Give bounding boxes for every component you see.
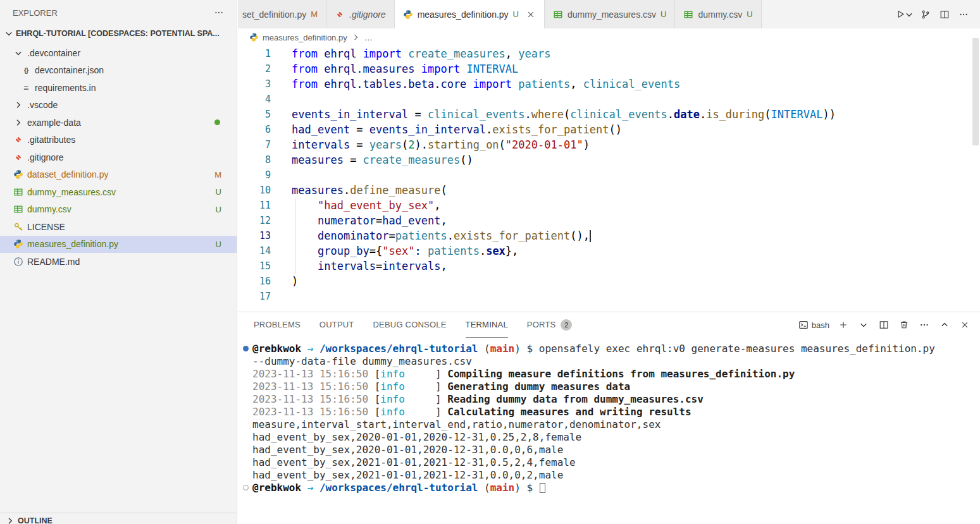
chevron-down-icon (859, 320, 869, 330)
tree-item-dataset-definition-py[interactable]: dataset_definition.pyM (0, 166, 237, 184)
tree-item-measures-definition-py[interactable]: measures_definition.pyU (0, 236, 237, 253)
outline-section[interactable]: OUTLINE (0, 513, 237, 524)
tree-item-vscode[interactable]: .vscode (0, 97, 237, 114)
tree-item-example-data[interactable]: example-data (0, 114, 237, 131)
changes-dot (214, 119, 220, 125)
breadcrumb-symbol[interactable]: … (364, 33, 373, 42)
code-line-11[interactable]: 11 "had_event_by_sex", (238, 198, 980, 213)
code-line-1[interactable]: 1from ehrql import create_measures, year… (238, 46, 980, 61)
tree-item-gitignore[interactable]: .gitignore (0, 149, 237, 166)
terminal-token: had_event_by_sex,2020-01-01,2020-12-31,0… (252, 444, 563, 456)
code-line-7[interactable]: 7intervals = years(2).starting_on("2020-… (238, 137, 980, 152)
code-line-17[interactable]: 17 (238, 289, 980, 304)
tab-measures-definition-py[interactable]: measures_definition.pyU (395, 0, 545, 28)
terminal-token: @rebkwok (252, 482, 301, 494)
tree-item-readme-md[interactable]: README.md (0, 253, 237, 271)
info-icon (13, 257, 23, 267)
code-token: = (350, 123, 369, 136)
split-editor-icon (940, 9, 950, 20)
tree-item-license[interactable]: LICENSE (0, 218, 237, 236)
line-number: 14 (238, 243, 271, 259)
split-editor-button[interactable] (878, 319, 890, 331)
line-number: 5 (238, 107, 271, 122)
code-token: , (506, 47, 518, 60)
code-line-16[interactable]: 16) (238, 274, 980, 289)
ellipsis-button[interactable] (957, 8, 970, 21)
panel-tab-terminal[interactable]: TERMINAL (466, 312, 508, 338)
terminal-token: Reading dummy data from dummy_measures.c… (447, 393, 704, 405)
code-token: ehrql.measures (324, 63, 414, 75)
terminal-token: had_event_by_sex,2021-01-01,2021-12-31,0… (252, 469, 563, 481)
code-token: = (350, 138, 369, 151)
breadcrumb-file[interactable]: measures_definition.py (263, 33, 347, 42)
close-tab-icon[interactable] (526, 9, 536, 20)
code-line-12[interactable]: 12 numerator=had_event, (238, 213, 980, 228)
code-line-4[interactable]: 4 (238, 92, 980, 107)
command-decoration-command[interactable] (243, 346, 249, 351)
editor[interactable]: measures_definition.py … 1from ehrql imp… (238, 28, 980, 312)
git-status-badge: M (311, 9, 318, 19)
code-token: , (570, 78, 583, 90)
trash-button[interactable] (898, 319, 910, 331)
terminal-token: ) $ (514, 343, 539, 355)
terminal-token: [ (375, 381, 381, 393)
code-line-2[interactable]: 2from ehrql.measures import INTERVAL (238, 61, 980, 76)
chevron-down-button[interactable] (857, 319, 870, 331)
code-token: ={ (369, 245, 382, 257)
terminal-line: 2023-11-13 15:16:50 [info ] Calculating … (252, 406, 980, 418)
code-token (414, 63, 421, 75)
panel-tab-problems[interactable]: PROBLEMS (254, 312, 301, 338)
tab-dummy-csv[interactable]: dummy.csvU (675, 0, 761, 28)
code-editor[interactable]: 1from ehrql import create_measures, year… (238, 46, 980, 304)
code-token: . (524, 108, 531, 121)
code-token: intervals (382, 260, 440, 272)
terminal-shell-selector[interactable]: bash (798, 320, 829, 330)
explorer-more-actions-icon[interactable] (214, 8, 224, 18)
line-number: 10 (238, 183, 271, 198)
editor-scrollbar[interactable] (972, 38, 979, 145)
tree-item-dummy-measures-csv[interactable]: dummy_measures.csvU (0, 183, 237, 201)
tree-item-devcontainer-json[interactable]: {}devcontainer.json (0, 62, 237, 80)
terminal-token: Generating dummy measures data (447, 381, 630, 393)
ellipsis-button[interactable] (918, 319, 931, 331)
panel-tab-debug-console[interactable]: DEBUG CONSOLE (373, 312, 447, 338)
tab-gitignore[interactable]: .gitignore (326, 0, 395, 28)
chevron-right-icon (13, 100, 23, 110)
source-control-button[interactable] (919, 8, 932, 21)
command-decoration-prompt[interactable] (243, 485, 249, 490)
code-line-14[interactable]: 14 group_by={"sex": patients.sex}, (238, 243, 980, 259)
code-line-9[interactable]: 9 (238, 168, 980, 183)
code-line-6[interactable]: 6had_event = events_in_interval.exists_f… (238, 122, 980, 137)
tree-item-gitattributes[interactable]: .gitattributes (0, 131, 237, 149)
panel-tab-output[interactable]: OUTPUT (319, 312, 354, 338)
tree-item-dummy-csv[interactable]: dummy.csvU (0, 201, 237, 219)
panel-tab-ports[interactable]: PORTS2 (527, 312, 573, 338)
bottom-panel: PROBLEMSOUTPUTDEBUG CONSOLETERMINALPORTS… (238, 312, 980, 524)
panel-tab-label: PROBLEMS (254, 320, 301, 329)
code-line-8[interactable]: 8measures = create_measures() (238, 152, 980, 168)
chevron-up-button[interactable] (938, 319, 951, 331)
code-line-15[interactable]: 15 intervals=intervals, (238, 259, 980, 274)
line-number: 16 (238, 274, 271, 289)
code-line-13[interactable]: 13 denominator=patients.exists_for_patie… (238, 228, 980, 243)
chevron-down-button[interactable] (905, 8, 913, 21)
code-token: events_in_interval (369, 123, 486, 136)
terminal-token: had_event_by_sex,2021-01-01,2021-12-31,0… (252, 456, 576, 468)
tab-set-definition-py[interactable]: set_definition.pyM (238, 0, 326, 28)
code-line-3[interactable]: 3from ehrql.tables.beta.core import pati… (238, 76, 980, 92)
tree-item-requirements-in[interactable]: ≡requirements.in (0, 79, 237, 97)
close-button[interactable] (958, 319, 971, 331)
workspace-root[interactable]: EHRQL-TUTORIAL [CODESPACES: POTENTIAL SP… (0, 25, 237, 42)
chevron-right-icon (13, 118, 23, 128)
split-editor-button[interactable] (938, 8, 951, 21)
terminal[interactable]: @rebkwok → /workspaces/ehrql-tutorial (m… (238, 338, 980, 524)
tree-item-label: README.md (27, 257, 80, 267)
tab-dummy-measures-csv[interactable]: dummy_measures.csvU (545, 0, 675, 28)
tree-item-devcontainer[interactable]: .devcontainer (0, 44, 237, 62)
code-line-10[interactable]: 10measures.define_measure( (238, 183, 980, 198)
plus-button[interactable] (837, 319, 850, 331)
code-line-5[interactable]: 5events_in_interval = clinical_events.wh… (238, 107, 980, 122)
breadcrumb[interactable]: measures_definition.py … (238, 28, 980, 46)
terminal-token: 2023-11-13 15:16:50 (252, 368, 375, 380)
terminal-icon (798, 320, 809, 330)
